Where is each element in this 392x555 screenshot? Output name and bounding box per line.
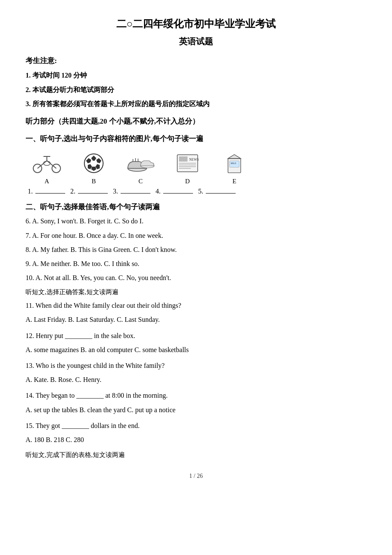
image-label-b: B (92, 178, 96, 185)
svg-text:NEWS: NEWS (189, 158, 199, 162)
svg-marker-27 (228, 155, 241, 159)
blank-3: 3. (111, 188, 153, 195)
image-item-e: MILK E (213, 150, 256, 185)
question-13-text: 13. Who is the youngest child in the Whi… (26, 360, 366, 371)
blanks-row: 1. 2. 3. 4. 5. (26, 188, 366, 195)
question-12-options: A. some magazines B. an old computer C. … (26, 344, 366, 356)
question-15-text: 15. They got ________ dollars in the end… (26, 420, 366, 431)
image-item-c: C (119, 150, 162, 185)
notice-label: 考生注意: (26, 56, 366, 66)
image-item-b: B (72, 150, 115, 185)
image-box-a (30, 150, 64, 176)
svg-rect-20 (179, 156, 187, 162)
images-row: A B (26, 150, 366, 185)
question-12-text: 12. Henry put ________ in the sale box. (26, 330, 366, 341)
section1-title: 一、听句子,选出与句子内容相符的图片,每个句子读一遍 (26, 133, 366, 145)
listening-header: 听力部分（共四道大题,20 个小题,不赋分,不计入总分） (26, 116, 366, 127)
image-label-d: D (185, 178, 190, 185)
page-title: 二○二四年绥化市初中毕业学业考试 (26, 17, 366, 31)
page-subtitle: 英语试题 (26, 36, 366, 47)
question-6: 6. A. Sony, I won't. B. Forget it. C. So… (26, 215, 366, 227)
blank-5: 5. (196, 188, 239, 195)
section2-title: 二、听句子,选择最佳答语,每个句子读两遍 (26, 201, 366, 213)
question-11-options: A. Last Friday. B. Last Saturday. C. Las… (26, 314, 366, 325)
question-13-options: A. Kate. B. Rose. C. Henry. (26, 374, 366, 385)
page-footer: 1 / 26 (26, 473, 366, 480)
notice-item-2: 2. 本试题分听力和笔试两部分 (26, 84, 366, 95)
image-box-b (77, 150, 111, 176)
notice-item-3: 3. 所有答案都必须写在答题卡上所对应的题号后的指定区域内 (26, 98, 366, 110)
blank-4: 4. (153, 188, 196, 195)
image-box-d: NEWS (170, 150, 205, 176)
notice-item-1: 1. 考试时间 120 分钟 (26, 70, 366, 81)
question-7: 7. A. For one hour. B. Once a day. C. In… (26, 230, 366, 241)
svg-point-6 (43, 161, 50, 165)
question-14-options: A. set up the tables B. clean the yard C… (26, 404, 366, 416)
question-8: 8. A. My father. B. This is Gina Green. … (26, 244, 366, 255)
image-box-c (124, 150, 158, 176)
image-item-a: A (26, 150, 68, 185)
question-10: 10. A. Not at all. B. Yes, you can. C. N… (26, 272, 366, 283)
section4-label: 听短文,完成下面的表格,短文读两遍 (26, 450, 366, 460)
blank-2: 2. (68, 188, 111, 195)
image-item-d: NEWS D (166, 150, 209, 185)
sub-section-label: 听短文,选择正确答案,短文读两遍 (26, 287, 366, 297)
image-label-a: A (45, 178, 49, 185)
svg-text:MILK: MILK (231, 162, 236, 165)
image-box-e: MILK (217, 150, 251, 176)
question-9: 9. A. Me neither. B. Me too. C. I think … (26, 258, 366, 269)
image-label-e: E (232, 178, 236, 185)
blank-1: 1. (26, 188, 68, 195)
question-11-text: 11. When did the White family clear out … (26, 300, 366, 311)
image-label-c: C (138, 178, 143, 185)
question-14-text: 14. They began to ________ at 8:00 in th… (26, 390, 366, 401)
question-15-options: A. 180 B. 218 C. 280 (26, 434, 366, 445)
